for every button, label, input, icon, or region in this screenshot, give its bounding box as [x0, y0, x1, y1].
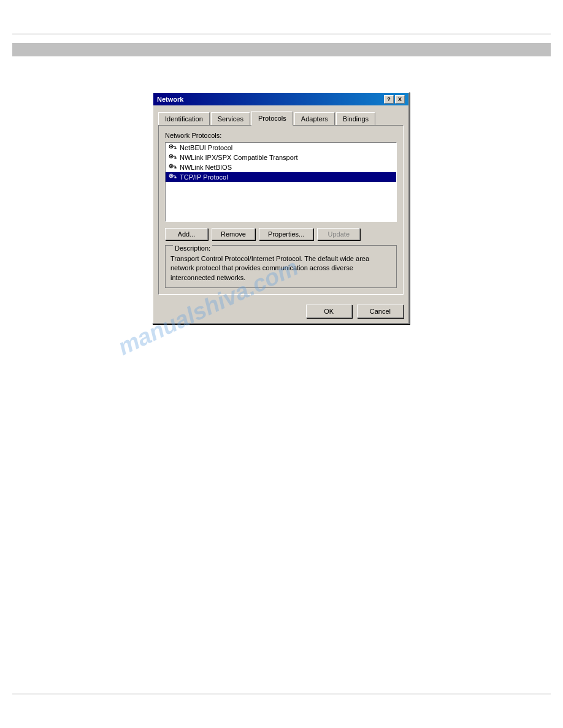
top-rule: [12, 34, 551, 34]
properties-button[interactable]: Properties...: [259, 228, 313, 240]
list-item-tcpip[interactable]: TCP/IP Protocol: [166, 172, 396, 182]
gray-bar: [12, 43, 551, 56]
tab-adapters[interactable]: Adapters: [294, 112, 335, 126]
tab-identification[interactable]: Identification: [158, 112, 210, 126]
tab-protocols[interactable]: Protocols: [251, 111, 293, 126]
action-buttons: Add... Remove Properties... Update: [165, 228, 397, 240]
tab-panel-protocols: Network Protocols: NetBEUI: [158, 125, 404, 295]
remove-button[interactable]: Remove: [212, 228, 255, 240]
list-item-nwlink-ipx[interactable]: NWLink IPX/SPX Compatible Transport: [166, 153, 396, 162]
dialog-content: Identification Services Protocols Adapte…: [153, 105, 408, 300]
tcpip-icon: [168, 173, 178, 181]
protocols-listbox[interactable]: NetBEUI Protocol NWLink IPX/SPX Co: [165, 142, 397, 222]
dialog-container: Network ? X Identification Services Prot…: [152, 92, 410, 324]
close-button[interactable]: X: [395, 95, 405, 104]
svg-point-13: [170, 156, 172, 157]
network-dialog: Network ? X Identification Services Prot…: [152, 92, 410, 324]
dialog-title: Network: [157, 96, 183, 103]
dialog-footer: OK Cancel: [153, 300, 408, 323]
svg-point-20: [170, 165, 172, 167]
tcpip-label: TCP/IP Protocol: [180, 173, 228, 181]
help-button[interactable]: ?: [384, 95, 394, 104]
description-text: Transport Control Protocol/Internet Prot…: [170, 254, 391, 282]
titlebar-buttons: ? X: [384, 95, 405, 104]
add-button[interactable]: Add...: [165, 228, 208, 240]
svg-point-27: [170, 175, 172, 177]
titlebar: Network ? X: [153, 93, 408, 105]
description-legend: Description:: [173, 245, 212, 252]
tab-bindings[interactable]: Bindings: [336, 112, 375, 126]
tab-services[interactable]: Services: [211, 112, 250, 126]
section-label: Network Protocols:: [165, 132, 397, 139]
update-button[interactable]: Update: [317, 228, 360, 240]
cancel-button[interactable]: Cancel: [357, 305, 404, 318]
netbeui-icon: [168, 143, 178, 152]
nwlink-ipx-icon: [168, 153, 178, 162]
netbeui-label: NetBEUI Protocol: [180, 144, 232, 151]
ok-button[interactable]: OK: [306, 305, 352, 318]
nwlink-ipx-label: NWLink IPX/SPX Compatible Transport: [180, 154, 298, 161]
description-group: Description: Transport Control Protocol/…: [165, 245, 397, 288]
bottom-rule: [12, 694, 551, 694]
svg-point-6: [170, 146, 172, 148]
list-item-netbeui[interactable]: NetBEUI Protocol: [166, 143, 396, 153]
list-item-nwlink-netbios[interactable]: NWLink NetBIOS: [166, 162, 396, 172]
tabs-row: Identification Services Protocols Adapte…: [158, 110, 404, 125]
nwlink-netbios-label: NWLink NetBIOS: [180, 164, 232, 171]
nwlink-netbios-icon: [168, 163, 178, 172]
